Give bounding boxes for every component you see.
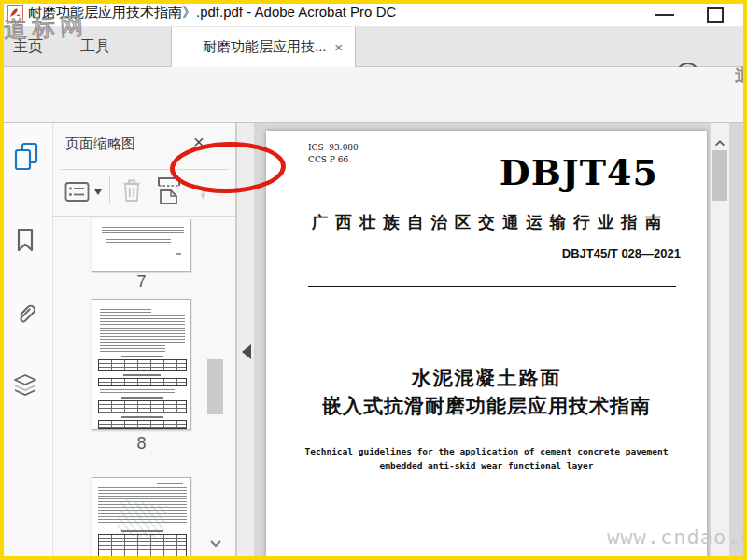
tab-bar: 主页 工具 耐磨功能层应用技... × ? 道标网: [0, 26, 747, 67]
attachments-panel-icon[interactable]: [13, 299, 37, 330]
panel-scrollbar-thumb[interactable]: [207, 359, 223, 414]
scroll-down-icon[interactable]: [208, 536, 223, 553]
main-toolbar: / 23 43.1%: [0, 67, 747, 123]
doc-ics-code: ICS 93.080: [308, 143, 359, 152]
document-scrollbar-thumb[interactable]: [712, 150, 727, 201]
doc-standard-code: DBJT45: [500, 151, 658, 193]
thumbnail-label: 8: [92, 434, 191, 454]
layers-panel-icon[interactable]: [12, 371, 38, 401]
thumbnail-page-8[interactable]: [92, 299, 191, 430]
tab-home[interactable]: 主页: [13, 26, 43, 67]
navigation-pane-strip: [0, 123, 53, 560]
doc-title-line2: 嵌入式抗滑耐磨功能层应用技术指南: [266, 393, 707, 419]
thumbnail-page-9[interactable]: [92, 477, 191, 560]
panel-splitter[interactable]: [236, 123, 254, 560]
acrobat-window: 耐磨功能层应用技术指南》.pdf.pdf - Adobe Acrobat Pro…: [0, 0, 747, 560]
document-scrollbar[interactable]: [710, 123, 730, 560]
pdf-page: ICS 93.080 CCS P 66 DBJT45 广西壮族自治区交通运输行业…: [266, 131, 707, 560]
rotate-pages-icon: [194, 181, 207, 205]
delete-pages-icon: [120, 176, 143, 208]
thumbnail-label: 7: [92, 273, 191, 292]
panel-toolbar-divider: [109, 176, 110, 204]
thumbnail-page-7[interactable]: [92, 219, 191, 272]
panel-divider: [61, 169, 229, 170]
maximize-icon[interactable]: [707, 7, 724, 23]
window-title: 耐磨功能层应用技术指南》.pdf.pdf - Adobe Acrobat Pro…: [28, 4, 396, 21]
thumbnail-options-icon[interactable]: [64, 181, 91, 207]
panel-close-icon[interactable]: ×: [193, 132, 204, 153]
doc-ccs-code: CCS P 66: [308, 155, 348, 164]
doc-org-line: 广西壮族自治区交通运输行业指南: [266, 211, 707, 233]
page-thumbnails-panel: 页面缩略图 × 7: [53, 123, 236, 560]
options-caret-icon[interactable]: [94, 189, 102, 195]
tab-tools[interactable]: 工具: [80, 26, 110, 67]
page-thumbnails-panel-icon[interactable]: [13, 142, 39, 175]
tab-document[interactable]: 耐磨功能层应用技... ×: [171, 27, 356, 67]
bookmarks-panel-icon[interactable]: [14, 227, 36, 257]
tab-document-label: 耐磨功能层应用技...: [203, 38, 327, 56]
doc-english-title2: embedded anti-skid wear functional layer: [266, 460, 707, 470]
panel-title: 页面缩略图: [65, 135, 135, 153]
doc-standard-number: DBJT45/T 028—2021: [562, 246, 681, 260]
minimize-icon[interactable]: [655, 14, 674, 16]
doc-rule: [308, 286, 676, 287]
tab-close-icon[interactable]: ×: [334, 39, 343, 55]
doc-english-title1: Technical guidelines for the application…: [266, 446, 707, 456]
collapse-panel-icon[interactable]: [242, 344, 251, 359]
crop-pages-icon[interactable]: [156, 176, 182, 210]
pdf-file-icon: [7, 5, 23, 22]
title-bar: 耐磨功能层应用技术指南》.pdf.pdf - Adobe Acrobat Pro…: [0, 0, 747, 26]
document-view: ICS 93.080 CCS P 66 DBJT45 广西壮族自治区交通运输行业…: [254, 123, 747, 560]
doc-title-line1: 水泥混凝土路面: [266, 365, 707, 391]
